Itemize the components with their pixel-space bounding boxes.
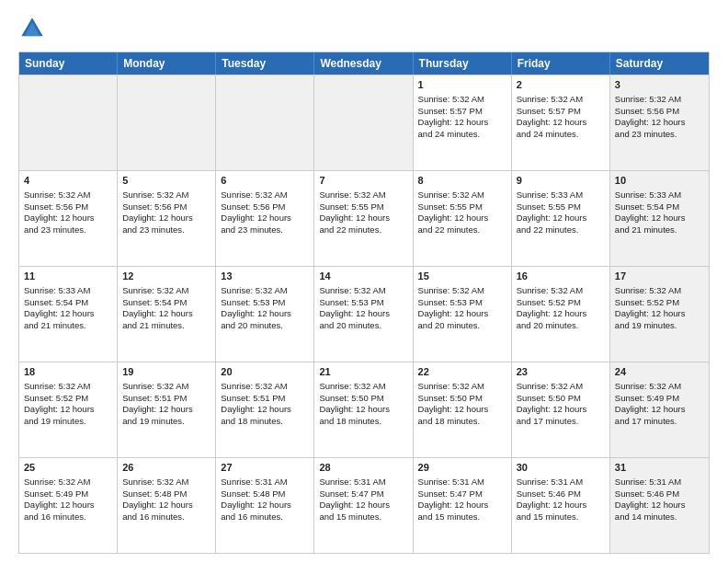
day-info: Sunrise: 5:32 AM Sunset: 5:54 PM Dayligh… xyxy=(122,285,193,330)
day-info: Sunrise: 5:32 AM Sunset: 5:49 PM Dayligh… xyxy=(615,381,686,426)
calendar-cell-4-1: 26Sunrise: 5:32 AM Sunset: 5:48 PM Dayli… xyxy=(118,458,216,553)
calendar-cell-0-3 xyxy=(314,75,413,170)
weekday-header-saturday: Saturday xyxy=(610,52,709,75)
weekday-header-wednesday: Wednesday xyxy=(314,52,413,75)
day-info: Sunrise: 5:32 AM Sunset: 5:57 PM Dayligh… xyxy=(418,94,489,139)
day-number: 28 xyxy=(319,461,407,475)
day-number: 23 xyxy=(517,365,605,379)
calendar-cell-2-5: 16Sunrise: 5:32 AM Sunset: 5:52 PM Dayli… xyxy=(512,267,610,362)
day-number: 9 xyxy=(517,174,605,188)
day-info: Sunrise: 5:33 AM Sunset: 5:55 PM Dayligh… xyxy=(517,190,587,235)
calendar-header: SundayMondayTuesdayWednesdayThursdayFrid… xyxy=(19,52,709,75)
page: SundayMondayTuesdayWednesdayThursdayFrid… xyxy=(0,0,728,563)
weekday-header-tuesday: Tuesday xyxy=(216,52,314,75)
day-number: 8 xyxy=(418,174,506,188)
day-number: 3 xyxy=(615,78,704,92)
calendar-cell-3-4: 22Sunrise: 5:32 AM Sunset: 5:50 PM Dayli… xyxy=(414,362,512,457)
calendar-cell-1-6: 10Sunrise: 5:33 AM Sunset: 5:54 PM Dayli… xyxy=(610,171,709,266)
calendar-cell-4-3: 28Sunrise: 5:31 AM Sunset: 5:47 PM Dayli… xyxy=(314,458,413,553)
calendar-cell-4-4: 29Sunrise: 5:31 AM Sunset: 5:47 PM Dayli… xyxy=(414,458,512,553)
weekday-header-friday: Friday xyxy=(512,52,610,75)
day-number: 31 xyxy=(615,461,704,475)
day-number: 24 xyxy=(615,365,704,379)
day-info: Sunrise: 5:31 AM Sunset: 5:46 PM Dayligh… xyxy=(615,477,686,522)
day-number: 2 xyxy=(517,78,605,92)
calendar-cell-3-6: 24Sunrise: 5:32 AM Sunset: 5:49 PM Dayli… xyxy=(610,362,709,457)
day-info: Sunrise: 5:32 AM Sunset: 5:57 PM Dayligh… xyxy=(517,94,587,139)
calendar-cell-2-0: 11Sunrise: 5:33 AM Sunset: 5:54 PM Dayli… xyxy=(19,267,118,362)
day-number: 26 xyxy=(122,461,210,475)
day-info: Sunrise: 5:32 AM Sunset: 5:50 PM Dayligh… xyxy=(517,381,587,426)
calendar-cell-0-2 xyxy=(216,75,314,170)
calendar-cell-4-6: 31Sunrise: 5:31 AM Sunset: 5:46 PM Dayli… xyxy=(610,458,709,553)
day-number: 7 xyxy=(319,174,407,188)
day-number: 6 xyxy=(221,174,309,188)
day-info: Sunrise: 5:32 AM Sunset: 5:56 PM Dayligh… xyxy=(122,190,193,235)
day-number: 18 xyxy=(24,365,112,379)
day-number: 11 xyxy=(24,270,112,283)
calendar-cell-3-2: 20Sunrise: 5:32 AM Sunset: 5:51 PM Dayli… xyxy=(216,362,314,457)
calendar-cell-4-5: 30Sunrise: 5:31 AM Sunset: 5:46 PM Dayli… xyxy=(512,458,610,553)
calendar-body: 1Sunrise: 5:32 AM Sunset: 5:57 PM Daylig… xyxy=(19,75,709,553)
day-info: Sunrise: 5:32 AM Sunset: 5:48 PM Dayligh… xyxy=(122,477,193,522)
calendar-cell-1-4: 8Sunrise: 5:32 AM Sunset: 5:55 PM Daylig… xyxy=(414,171,512,266)
calendar-cell-2-2: 13Sunrise: 5:32 AM Sunset: 5:53 PM Dayli… xyxy=(216,267,314,362)
day-info: Sunrise: 5:33 AM Sunset: 5:54 PM Dayligh… xyxy=(615,190,686,235)
day-number: 14 xyxy=(319,270,407,283)
day-number: 16 xyxy=(517,270,605,283)
header xyxy=(18,15,710,42)
day-info: Sunrise: 5:31 AM Sunset: 5:47 PM Dayligh… xyxy=(319,477,390,522)
day-number: 13 xyxy=(221,270,309,283)
day-number: 15 xyxy=(418,270,506,283)
day-number: 27 xyxy=(221,461,309,475)
day-info: Sunrise: 5:32 AM Sunset: 5:52 PM Dayligh… xyxy=(517,285,587,330)
calendar-cell-1-1: 5Sunrise: 5:32 AM Sunset: 5:56 PM Daylig… xyxy=(118,171,216,266)
calendar-row-1: 4Sunrise: 5:32 AM Sunset: 5:56 PM Daylig… xyxy=(19,170,709,266)
calendar-cell-1-3: 7Sunrise: 5:32 AM Sunset: 5:55 PM Daylig… xyxy=(314,171,413,266)
day-info: Sunrise: 5:33 AM Sunset: 5:54 PM Dayligh… xyxy=(24,285,95,330)
day-info: Sunrise: 5:32 AM Sunset: 5:51 PM Dayligh… xyxy=(122,381,193,426)
day-info: Sunrise: 5:32 AM Sunset: 5:56 PM Dayligh… xyxy=(221,190,291,235)
logo-icon xyxy=(18,15,46,42)
day-info: Sunrise: 5:32 AM Sunset: 5:56 PM Dayligh… xyxy=(24,190,95,235)
calendar-cell-3-3: 21Sunrise: 5:32 AM Sunset: 5:50 PM Dayli… xyxy=(314,362,413,457)
day-number: 19 xyxy=(122,365,210,379)
day-info: Sunrise: 5:32 AM Sunset: 5:50 PM Dayligh… xyxy=(319,381,390,426)
day-info: Sunrise: 5:32 AM Sunset: 5:53 PM Dayligh… xyxy=(418,285,489,330)
calendar-cell-0-5: 2Sunrise: 5:32 AM Sunset: 5:57 PM Daylig… xyxy=(512,75,610,170)
calendar-cell-4-0: 25Sunrise: 5:32 AM Sunset: 5:49 PM Dayli… xyxy=(19,458,118,553)
day-number: 17 xyxy=(615,270,704,283)
calendar-cell-1-0: 4Sunrise: 5:32 AM Sunset: 5:56 PM Daylig… xyxy=(19,171,118,266)
calendar-cell-0-0 xyxy=(19,75,118,170)
calendar-cell-3-5: 23Sunrise: 5:32 AM Sunset: 5:50 PM Dayli… xyxy=(512,362,610,457)
day-number: 25 xyxy=(24,461,112,475)
day-info: Sunrise: 5:32 AM Sunset: 5:53 PM Dayligh… xyxy=(319,285,390,330)
calendar-cell-1-5: 9Sunrise: 5:33 AM Sunset: 5:55 PM Daylig… xyxy=(512,171,610,266)
day-info: Sunrise: 5:32 AM Sunset: 5:52 PM Dayligh… xyxy=(24,381,95,426)
calendar-row-0: 1Sunrise: 5:32 AM Sunset: 5:57 PM Daylig… xyxy=(19,75,709,170)
day-info: Sunrise: 5:32 AM Sunset: 5:50 PM Dayligh… xyxy=(418,381,489,426)
day-number: 5 xyxy=(122,174,210,188)
day-number: 20 xyxy=(221,365,309,379)
day-number: 22 xyxy=(418,365,506,379)
calendar-cell-0-6: 3Sunrise: 5:32 AM Sunset: 5:56 PM Daylig… xyxy=(610,75,709,170)
calendar-cell-2-4: 15Sunrise: 5:32 AM Sunset: 5:53 PM Dayli… xyxy=(414,267,512,362)
day-info: Sunrise: 5:32 AM Sunset: 5:56 PM Dayligh… xyxy=(615,94,686,139)
day-info: Sunrise: 5:32 AM Sunset: 5:53 PM Dayligh… xyxy=(221,285,291,330)
calendar-cell-0-4: 1Sunrise: 5:32 AM Sunset: 5:57 PM Daylig… xyxy=(414,75,512,170)
day-number: 1 xyxy=(418,78,506,92)
calendar-row-3: 18Sunrise: 5:32 AM Sunset: 5:52 PM Dayli… xyxy=(19,362,709,457)
day-number: 30 xyxy=(517,461,605,475)
calendar-cell-3-0: 18Sunrise: 5:32 AM Sunset: 5:52 PM Dayli… xyxy=(19,362,118,457)
calendar-cell-1-2: 6Sunrise: 5:32 AM Sunset: 5:56 PM Daylig… xyxy=(216,171,314,266)
day-info: Sunrise: 5:32 AM Sunset: 5:51 PM Dayligh… xyxy=(221,381,291,426)
weekday-header-thursday: Thursday xyxy=(414,52,512,75)
logo xyxy=(18,15,50,42)
day-number: 29 xyxy=(418,461,506,475)
calendar-cell-2-6: 17Sunrise: 5:32 AM Sunset: 5:52 PM Dayli… xyxy=(610,267,709,362)
day-number: 21 xyxy=(319,365,407,379)
calendar-row-2: 11Sunrise: 5:33 AM Sunset: 5:54 PM Dayli… xyxy=(19,266,709,362)
day-number: 12 xyxy=(122,270,210,283)
day-info: Sunrise: 5:32 AM Sunset: 5:49 PM Dayligh… xyxy=(24,477,95,522)
calendar: SundayMondayTuesdayWednesdayThursdayFrid… xyxy=(18,52,710,554)
